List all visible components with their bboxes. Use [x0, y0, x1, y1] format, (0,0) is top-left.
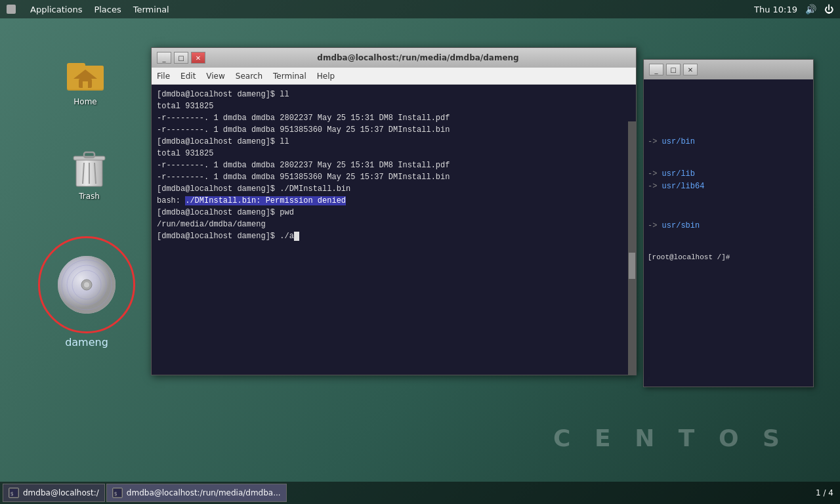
back-line-1: -> usr/bin: [648, 136, 809, 148]
svg-point-19: [84, 282, 89, 287]
back-window-controls[interactable]: _ □ ✕: [649, 64, 698, 75]
menu-view[interactable]: View: [206, 72, 224, 81]
trash-icon-label: Trash: [79, 192, 100, 201]
power-icon[interactable]: ⏻: [824, 4, 833, 14]
back-terminal-content: -> usr/bin -> usr/lib -> usr/lib64 -> us…: [644, 79, 813, 387]
clock: Thu 10:19: [754, 5, 797, 14]
back-bottom-line: [root@localhost /]#: [648, 252, 809, 264]
terminal-scrollbar[interactable]: [628, 121, 636, 375]
term-line-4: -r--------. 1 dmdba dmdba 951385360 May …: [157, 124, 631, 136]
terminal-scrollbar-thumb[interactable]: [629, 253, 635, 279]
taskbar-top-left: Applications Places Terminal: [7, 5, 169, 14]
term-line-9: [dmdba@localhost dameng]$ ./DMInstall.bi…: [157, 183, 631, 195]
cd-icon-wrapper: [38, 236, 135, 333]
cd-icon-label: dameng: [65, 336, 108, 348]
back-close-btn[interactable]: ✕: [683, 64, 698, 75]
terminal-window-front: _ □ ✕ dmdba@localhost:/run/media/dmdba/d…: [151, 47, 637, 375]
menu-help[interactable]: Help: [317, 72, 335, 81]
back-link-usrsbin: usr/sbin: [662, 221, 700, 230]
taskbar-top-right: Thu 10:19 🔊 ⏻: [754, 4, 833, 14]
back-terminal-titlebar: _ □ ✕: [644, 60, 813, 79]
taskbar-bottom: $ dmdba@localhost:/ $ dmdba@localhost:/r…: [0, 482, 840, 504]
menu-file[interactable]: File: [157, 72, 170, 81]
home-folder-icon: [64, 52, 106, 94]
back-line-5: [648, 194, 809, 220]
term-line-11: /run/media/dmdba/dameng: [157, 219, 631, 230]
menu-search[interactable]: Search: [236, 72, 262, 81]
back-maximize-btn[interactable]: □: [666, 64, 681, 75]
back-line-3: -> usr/lib: [648, 168, 809, 180]
home-desktop-icon[interactable]: Home: [59, 52, 112, 106]
term-line-6: total 931825: [157, 148, 631, 159]
taskbar-item-2[interactable]: $ dmdba@localhost:/run/media/dmdba...: [106, 484, 287, 502]
volume-icon[interactable]: 🔊: [805, 4, 816, 14]
front-window-controls[interactable]: _ □ ✕: [157, 52, 205, 64]
term-line-5: [dmdba@localhost dameng]$ ll: [157, 136, 631, 148]
trash-bin-icon: [71, 150, 108, 189]
term-line-3: -r--------. 1 dmdba dmdba 2802237 May 25…: [157, 112, 631, 124]
front-close-btn[interactable]: ✕: [191, 52, 205, 64]
centos-watermark: C E N T O S: [553, 425, 788, 452]
term-line-2: total 931825: [157, 100, 631, 112]
taskbar-label-1: dmdba@localhost:/: [23, 488, 99, 497]
back-line-4: -> usr/lib64: [648, 180, 809, 193]
cursor-block: [294, 232, 299, 241]
apps-icon: [7, 5, 16, 14]
terminal-content[interactable]: [dmdba@localhost dameng]$ ll total 93182…: [152, 85, 636, 375]
front-terminal-titlebar: _ □ ✕ dmdba@localhost:/run/media/dmdba/d…: [152, 48, 636, 68]
terminal-menubar: File Edit View Search Terminal Help: [152, 68, 636, 85]
term-line-7: -r--------. 1 dmdba dmdba 2802237 May 25…: [157, 159, 631, 171]
svg-rect-5: [83, 81, 88, 88]
front-maximize-btn[interactable]: □: [174, 52, 188, 64]
error-message: ./DMInstall.bin: Permission denied: [185, 196, 346, 205]
menu-terminal[interactable]: Terminal: [273, 72, 306, 81]
svg-text:$: $: [114, 491, 117, 497]
error-prefix: bash:: [157, 196, 185, 205]
term-line-error: bash: ./DMInstall.bin: Permission denied: [157, 195, 631, 207]
terminal-window-back: _ □ ✕ -> usr/bin -> usr/lib -> usr/lib64…: [643, 59, 814, 387]
term-line-8: -r--------. 1 dmdba dmdba 951385360 May …: [157, 171, 631, 183]
home-icon-label: Home: [74, 97, 96, 106]
svg-rect-12: [84, 152, 94, 158]
cd-disc-icon: [57, 255, 116, 314]
back-link-usrbin: usr/bin: [662, 137, 695, 146]
taskbar-top: Applications Places Terminal Thu 10:19 🔊…: [0, 0, 840, 18]
front-terminal-title: dmdba@localhost:/run/media/dmdba/dameng: [205, 53, 631, 62]
back-link-usrlib: usr/lib: [662, 169, 695, 178]
places-menu[interactable]: Places: [94, 5, 121, 14]
apps-menu[interactable]: Applications: [30, 5, 82, 14]
menu-edit[interactable]: Edit: [180, 72, 196, 81]
term-line-1: [dmdba@localhost dameng]$ ll: [157, 89, 631, 100]
taskbar-icon-1: $: [9, 488, 19, 498]
back-link-usrlib64: usr/lib64: [662, 182, 705, 191]
back-line-2: [648, 148, 809, 168]
back-minimize-btn[interactable]: _: [649, 64, 663, 75]
page-indicator: 1 / 4: [816, 488, 833, 497]
taskbar-icon-2: $: [112, 488, 123, 498]
trash-desktop-icon[interactable]: Trash: [63, 150, 116, 201]
back-line-6: -> usr/sbin: [648, 220, 809, 232]
front-minimize-btn[interactable]: _: [157, 52, 171, 64]
terminal-menu[interactable]: Terminal: [133, 5, 169, 14]
taskbar-item-1[interactable]: $ dmdba@localhost:/: [3, 484, 105, 502]
term-line-12: [dmdba@localhost dameng]$ ./a: [157, 230, 631, 242]
term-line-10: [dmdba@localhost dameng]$ pwd: [157, 207, 631, 219]
cd-desktop-icon[interactable]: dameng: [38, 236, 135, 348]
svg-text:$: $: [10, 491, 14, 497]
taskbar-label-2: dmdba@localhost:/run/media/dmdba...: [127, 488, 281, 497]
